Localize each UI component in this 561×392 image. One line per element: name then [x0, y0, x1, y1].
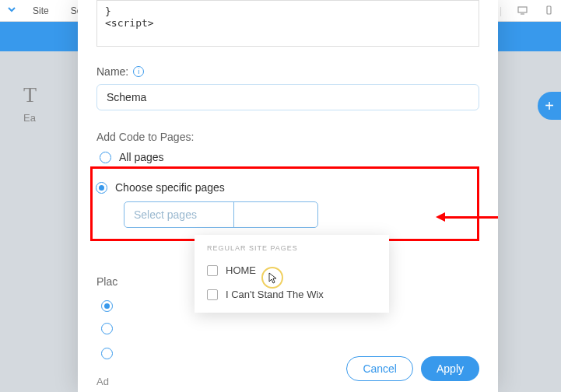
select-pages-input[interactable]: Select pages [124, 201, 318, 228]
select-placeholder: Select pages [134, 208, 197, 221]
code-snippet-box[interactable]: } <script> [96, 0, 479, 47]
code-line: <script> [105, 17, 471, 29]
svg-rect-4 [547, 6, 551, 14]
name-label: Name: i [96, 65, 479, 78]
dropdown-item-label: HOME [226, 264, 256, 276]
radio-label: All pages [119, 151, 164, 163]
dropdown-item-label: I Can't Stand The Wix [226, 289, 324, 300]
checkbox-icon [207, 265, 218, 276]
name-input[interactable] [96, 84, 479, 110]
mobile-icon[interactable] [542, 5, 555, 17]
apply-button[interactable]: Apply [421, 356, 479, 381]
cancel-button[interactable]: Cancel [346, 356, 413, 381]
svg-rect-2 [518, 7, 527, 12]
arrow-annotation [444, 216, 498, 219]
radio-place-1[interactable] [101, 300, 113, 312]
radio-icon [100, 152, 111, 163]
radio-all-pages[interactable]: All pages [96, 151, 479, 163]
desktop-icon[interactable] [516, 5, 528, 17]
dropdown-item-wix[interactable]: I Can't Stand The Wix [195, 282, 389, 306]
dropdown-header: REGULAR SITE PAGES [195, 241, 389, 258]
bottom-label: Ad [96, 376, 109, 387]
place-label: Plac [96, 275, 117, 288]
add-button[interactable]: + [538, 92, 561, 120]
checkbox-icon [207, 289, 218, 300]
highlight-annotation: Choose specific pages Select pages [90, 166, 479, 241]
add-code-label: Add Code to Pages: [96, 131, 479, 143]
info-icon[interactable]: i [133, 66, 144, 77]
menu-site[interactable]: Site [33, 5, 49, 16]
dropdown-item-home[interactable]: HOME [195, 258, 389, 282]
pages-dropdown: REGULAR SITE PAGES HOME I Can't Stand Th… [195, 235, 389, 313]
custom-code-modal: } <script> Name: i Add Code to Pages: Al… [78, 0, 498, 392]
modal-footer: Cancel Apply [346, 356, 479, 381]
radio-icon [96, 182, 107, 194]
radio-place-3[interactable] [101, 348, 113, 359]
radio-specific-pages[interactable]: Choose specific pages [93, 181, 468, 194]
code-line: } [105, 5, 471, 17]
radio-place-2[interactable] [101, 323, 113, 334]
expand-chevron-icon[interactable] [6, 4, 17, 17]
radio-label: Choose specific pages [115, 181, 225, 194]
